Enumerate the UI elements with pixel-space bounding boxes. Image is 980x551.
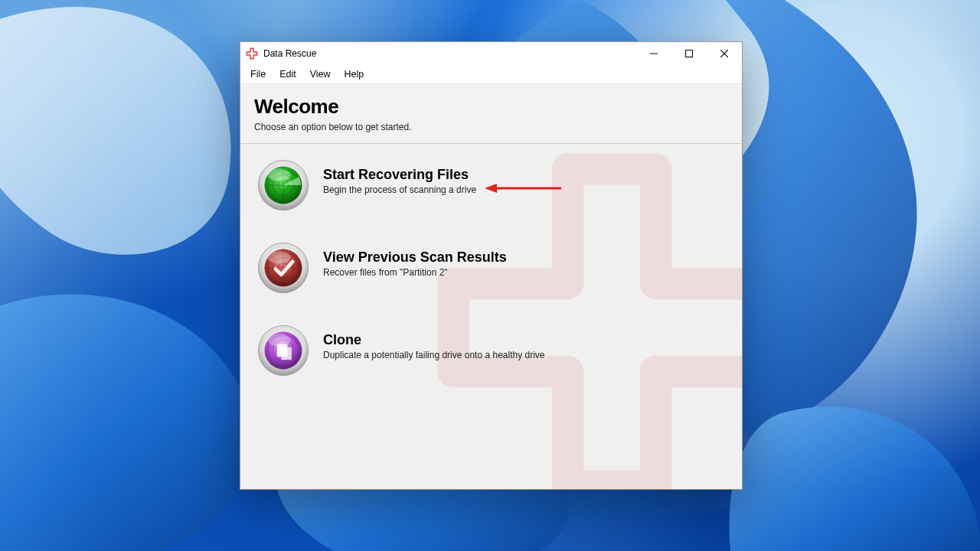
menu-view[interactable]: View [303, 67, 338, 82]
app-icon [245, 47, 259, 60]
minimize-icon [650, 50, 658, 57]
svg-point-11 [268, 168, 291, 181]
option-clone-desc: Duplicate a potentially failing drive on… [323, 350, 545, 360]
data-rescue-window: Data Rescue File Edit View Help Welcome … [240, 41, 743, 490]
menu-edit[interactable]: Edit [273, 67, 303, 82]
welcome-header: Welcome Choose an option below to get st… [240, 84, 742, 144]
close-button[interactable] [707, 42, 742, 65]
window-title: Data Rescue [263, 48, 316, 59]
menu-help[interactable]: Help [338, 67, 371, 82]
radar-purple-icon [257, 324, 309, 377]
radar-green-icon [257, 159, 309, 211]
option-clone-title: Clone [323, 332, 545, 348]
option-recover-desc: Begin the process of scanning a drive [323, 184, 476, 195]
option-clone[interactable]: Clone Duplicate a potentially failing dr… [240, 309, 742, 392]
maximize-button[interactable] [671, 42, 707, 65]
svg-rect-1 [686, 51, 693, 57]
titlebar: Data Rescue [240, 42, 742, 65]
close-icon [720, 50, 728, 57]
option-recover-title: Start Recovering Files [323, 167, 476, 183]
minimize-button[interactable] [636, 42, 671, 65]
page-title: Welcome [254, 95, 728, 119]
page-subtitle: Choose an option below to get started. [254, 122, 728, 132]
option-previous-title: View Previous Scan Results [323, 249, 507, 266]
menu-file[interactable]: File [243, 67, 273, 82]
radar-red-icon [257, 242, 309, 294]
menubar: File Edit View Help [240, 65, 742, 84]
content-area: Start Recovering Files Begin the process… [240, 144, 742, 489]
option-start-recovering[interactable]: Start Recovering Files Begin the process… [240, 144, 742, 227]
svg-rect-26 [281, 347, 292, 360]
svg-point-27 [268, 334, 291, 346]
maximize-icon [685, 50, 693, 57]
option-previous-results[interactable]: View Previous Scan Results Recover files… [240, 227, 742, 309]
svg-point-19 [268, 251, 291, 263]
option-previous-desc: Recover files from "Partition 2" [323, 267, 507, 278]
